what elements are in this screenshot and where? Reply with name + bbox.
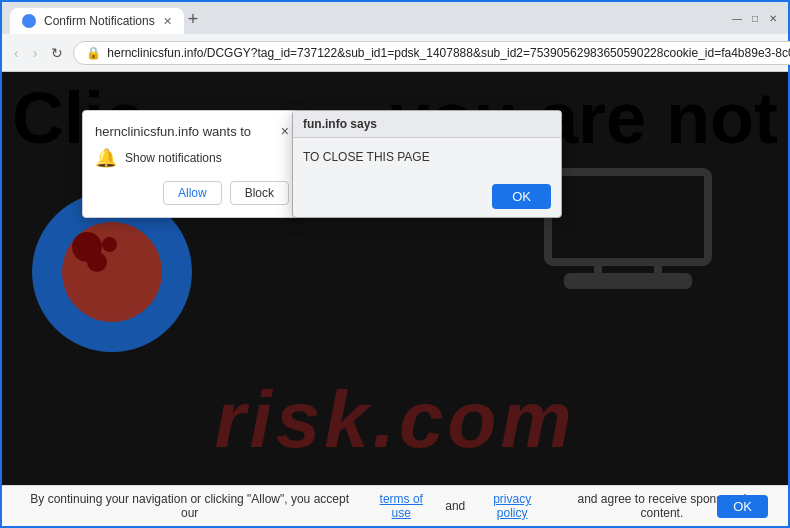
site-says-dialog: fun.info says TO CLOSE THIS PAGE OK: [292, 110, 562, 218]
back-button[interactable]: ‹: [10, 41, 23, 65]
watermark-text: risk.com: [214, 374, 575, 466]
tab-favicon: [22, 14, 36, 28]
site-dialog-header: fun.info says: [293, 111, 561, 138]
svg-rect-2: [568, 277, 688, 285]
site-dialog-body: TO CLOSE THIS PAGE: [293, 138, 561, 176]
bottom-ok-button[interactable]: OK: [717, 495, 768, 518]
terms-link[interactable]: terms of use: [369, 492, 434, 520]
bottom-text1: By continuing your navigation or clickin…: [22, 492, 357, 520]
block-button[interactable]: Block: [230, 181, 289, 205]
site-dialog-ok-button[interactable]: OK: [492, 184, 551, 209]
tab-close-button[interactable]: ✕: [163, 15, 172, 28]
active-tab[interactable]: Confirm Notifications ✕: [10, 8, 184, 34]
window-controls: — □ ✕: [730, 11, 780, 25]
page-content: Clic you are not risk.com By continuing …: [2, 72, 788, 526]
refresh-button[interactable]: ↻: [47, 41, 67, 65]
notif-dialog-row: 🔔 Show notifications: [95, 147, 289, 169]
address-bar: ‹ › ↻ 🔒 hernclinicsfun.info/DCGGY?tag_id…: [2, 34, 788, 72]
lock-icon: 🔒: [86, 46, 101, 60]
new-tab-button[interactable]: +: [184, 5, 203, 34]
notification-permission-dialog: hernclinicsfun.info wants to × 🔔 Show no…: [82, 110, 302, 218]
site-dialog-footer: OK: [293, 176, 561, 217]
notif-dialog-buttons: Allow Block: [95, 181, 289, 205]
bottom-notification-bar: By continuing your navigation or clickin…: [2, 485, 788, 526]
tab-area: Confirm Notifications ✕ +: [10, 2, 724, 34]
url-text: hernclinicsfun.info/DCGGY?tag_id=737122&…: [107, 46, 790, 60]
logo-inner: [62, 222, 162, 322]
tab-label: Confirm Notifications: [44, 14, 155, 28]
bell-icon: 🔔: [95, 147, 117, 169]
privacy-link[interactable]: privacy policy: [477, 492, 548, 520]
allow-button[interactable]: Allow: [163, 181, 222, 205]
url-bar[interactable]: 🔒 hernclinicsfun.info/DCGGY?tag_id=73712…: [73, 41, 790, 65]
watermark-area: risk.com: [2, 374, 788, 466]
bottom-text2: and: [445, 499, 465, 513]
close-button[interactable]: ✕: [766, 11, 780, 25]
minimize-button[interactable]: —: [730, 11, 744, 25]
forward-button[interactable]: ›: [29, 41, 42, 65]
svg-rect-0: [548, 172, 708, 262]
maximize-button[interactable]: □: [748, 11, 762, 25]
notif-dialog-title: hernclinicsfun.info wants to: [95, 124, 251, 139]
notif-dialog-label: Show notifications: [125, 151, 222, 165]
title-bar: Confirm Notifications ✕ + — □ ✕: [2, 2, 788, 34]
notif-dialog-close-button[interactable]: ×: [281, 123, 289, 139]
browser-window: Confirm Notifications ✕ + — □ ✕ ‹ › ↻ 🔒 …: [0, 0, 790, 528]
notif-dialog-header: hernclinicsfun.info wants to ×: [95, 123, 289, 139]
